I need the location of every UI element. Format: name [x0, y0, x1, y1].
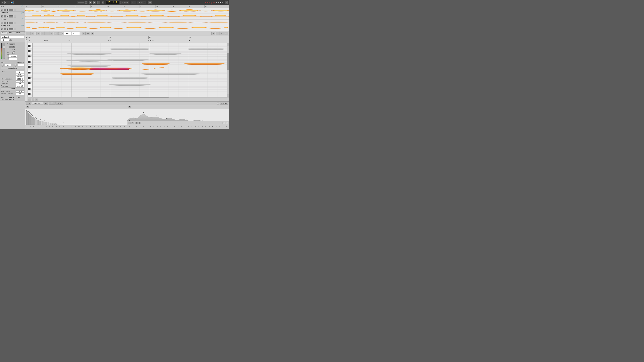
freq-f2: F	[164, 126, 164, 127]
bottom-tabs: Lo Harmonics Hi EQ Synth ⊡ Bypass	[25, 102, 229, 105]
svg-point-157	[156, 115, 157, 116]
apply-offsets-btn[interactable]: Apply Offsets	[1, 67, 24, 69]
track-name-picking-gtr: picking GTR	[1, 25, 10, 27]
vertical-scrollbar[interactable]: ▲ ▼	[227, 43, 229, 97]
play-button[interactable]: ▶	[94, 1, 96, 4]
tool-r4[interactable]: ⊟	[224, 32, 228, 35]
tool-pitch2[interactable]: ~	[41, 32, 44, 35]
mute-btn-bass[interactable]: M	[1, 9, 3, 11]
harm-32: 32	[86, 126, 87, 127]
master-btn[interactable]: Master ▼	[9, 43, 16, 45]
pan-label: Pan	[9, 49, 18, 51]
tool-pointer[interactable]: ↖	[30, 32, 34, 35]
tool-r2[interactable]: □	[216, 32, 220, 35]
formants-value-field[interactable]: 0	[18, 64, 24, 66]
pitch-value-field[interactable]: 0.00	[5, 64, 11, 66]
svg-rect-78	[27, 112, 28, 125]
pr-tool-1[interactable]: ←	[28, 99, 31, 101]
settings-button[interactable]: ⊟	[225, 1, 228, 4]
channel-knob[interactable]	[10, 39, 12, 41]
br-tool-1[interactable]: ←	[128, 122, 131, 124]
tool-formant[interactable]: ƒ	[45, 32, 49, 35]
track-name-field[interactable]: lead vocal	[1, 36, 24, 38]
harmonics-spectrum[interactable]	[25, 109, 127, 125]
ruler-39: 39	[204, 5, 206, 8]
pr-tool-3[interactable]: ⊞	[35, 99, 38, 101]
svg-point-159	[163, 119, 164, 119]
br-tool-4[interactable]: ◳	[138, 122, 141, 124]
br-tool-2[interactable]: □	[131, 122, 134, 124]
svg-rect-95	[42, 121, 43, 125]
bl-settings-icon[interactable]: ⚙	[26, 106, 28, 108]
piano-roll-scrollbar[interactable]	[28, 97, 229, 98]
tool-time[interactable]: ⏱	[50, 32, 53, 35]
solo-btn-gtr[interactable]: S	[4, 28, 6, 30]
harm-13: 13	[67, 126, 68, 127]
tab-track[interactable]: Track	[1, 32, 8, 34]
waveform-strings[interactable]	[25, 20, 229, 25]
tool-r3[interactable]: →	[220, 32, 224, 35]
track-solo-led-gtr	[14, 28, 16, 30]
tool-pitch[interactable]: ♪	[36, 32, 40, 35]
br-tool-3[interactable]: ◱	[135, 122, 138, 124]
waveform-picking-gtr[interactable]	[25, 25, 229, 31]
tab-harmonics[interactable]: Harmonics	[32, 102, 43, 105]
s-btn[interactable]: S	[12, 46, 15, 48]
volume-fader[interactable]: 0 -6 -12 -18 -24 -30 -36 -∞	[2, 43, 5, 59]
tab-project[interactable]: Project	[14, 32, 22, 34]
tab-note[interactable]: Note	[8, 32, 14, 34]
app-logo: melodyne·studio	[204, 1, 223, 4]
tool-quantize[interactable]: ⊥	[82, 32, 86, 35]
bottom-options-icon[interactable]: ⊡	[217, 102, 219, 104]
app-icon-3[interactable]: ♪	[8, 1, 10, 4]
harm-10: 10	[56, 126, 57, 127]
record-button[interactable]: ●	[98, 1, 100, 4]
pitch-knob[interactable]	[1, 64, 4, 67]
mute-btn-strings[interactable]: M	[1, 22, 3, 24]
track-controls-strings: M S	[1, 22, 24, 24]
track-controls-bass: M S	[1, 9, 24, 11]
tab-eq[interactable]: EQ	[49, 102, 55, 105]
note-grid[interactable]	[32, 43, 227, 97]
tool-r1[interactable]: ⊞	[212, 32, 215, 35]
svg-point-143	[40, 119, 40, 120]
tab-lo[interactable]: Lo	[26, 102, 31, 105]
svg-point-69	[109, 84, 151, 86]
channel-select[interactable]: 1-2	[1, 39, 9, 41]
pan-knob[interactable]	[12, 51, 16, 55]
mute-btn-gtr[interactable]: M	[1, 28, 3, 30]
br-settings-icon[interactable]: ⚙	[128, 106, 131, 108]
mute-btn-lead-vocal[interactable]: M	[1, 16, 3, 18]
bottom-content: ⚙	[25, 105, 229, 129]
cents-info-value: +19 ct	[16, 73, 24, 75]
file-value: MaterS...Domini	[9, 97, 20, 98]
bypass-btn[interactable]: Bypass	[220, 102, 228, 104]
stop-button[interactable]: ■	[89, 1, 92, 4]
freq-g4: G	[216, 126, 216, 127]
waveform-bass[interactable]	[25, 8, 229, 14]
pr-tool-2[interactable]: ◈	[32, 99, 34, 101]
waveform-lead-vocal[interactable]	[25, 14, 229, 20]
tab-hi[interactable]: Hi	[44, 102, 48, 105]
tab-synth[interactable]: Synth	[56, 102, 63, 105]
tool-snap[interactable]: +	[90, 32, 94, 35]
app-icon-4[interactable]: 📊	[11, 1, 14, 4]
loop-button[interactable]: ↺	[102, 1, 104, 4]
solo-btn-strings[interactable]: S	[4, 22, 6, 24]
snap-button[interactable]: ⊞⊞	[148, 1, 152, 4]
harm-4: 4	[36, 126, 37, 127]
formants-knob[interactable]	[14, 64, 17, 67]
tool-navigate[interactable]: ↕	[26, 32, 30, 35]
solo-btn-bass[interactable]: S	[4, 9, 6, 11]
solo-btn-lead-vocal[interactable]: S	[4, 16, 6, 18]
tool-split[interactable]: ⟷	[54, 32, 58, 35]
track-item-lead-vocal: lead vocal 🔗 ✎ M S	[0, 12, 25, 18]
right-content: 28 29 30 31 32 33 34 35 36 37 38 39	[25, 5, 229, 129]
svg-rect-117	[55, 123, 56, 125]
tool-spread[interactable]: ⟺	[86, 32, 90, 35]
tool-join[interactable]: ⟵⟶	[58, 32, 62, 35]
note-off-btn[interactable]: Note Off	[1, 88, 24, 90]
app-icon-2[interactable]: ▦	[4, 1, 7, 4]
app-icon-1[interactable]: ⊞	[1, 1, 4, 4]
m-btn[interactable]: M	[9, 46, 12, 48]
